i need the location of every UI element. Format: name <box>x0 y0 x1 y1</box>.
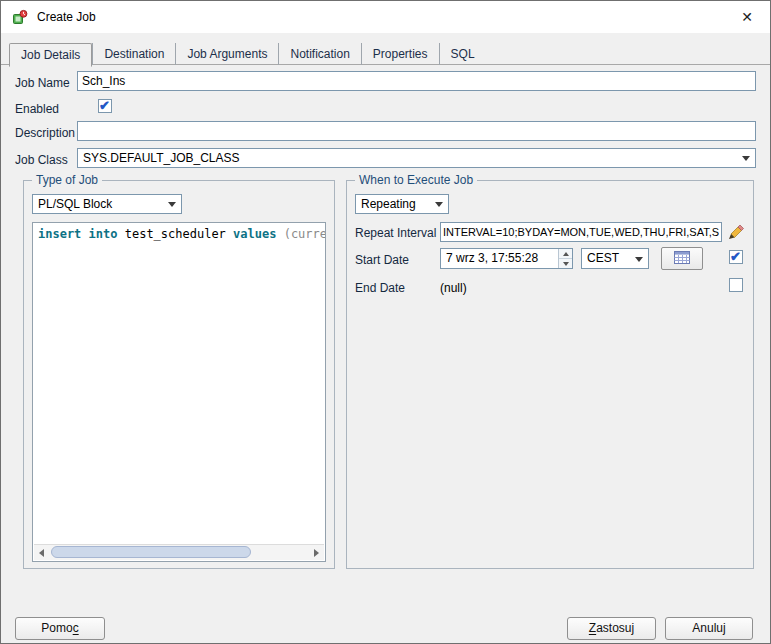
start-date-input[interactable]: 7 wrz 3, 17:55:28 <box>440 248 573 269</box>
spin-up-button[interactable] <box>559 249 572 259</box>
schedule-type-combobox[interactable]: Repeating <box>355 194 449 214</box>
repeat-interval-label: Repeat Interval <box>355 226 436 240</box>
check-icon: ✔ <box>99 100 111 112</box>
end-date-checkbox[interactable] <box>729 278 743 292</box>
apply-button-label: astosuj <box>596 621 634 635</box>
scrollbar-thumb[interactable] <box>51 546 251 558</box>
type-of-job-group: Type of Job PL/SQL Block insert into tes… <box>23 180 335 569</box>
when-to-execute-group: When to Execute Job Repeating Repeat Int… <box>346 180 754 569</box>
calendar-button[interactable] <box>661 247 703 270</box>
tab-job-arguments[interactable]: Job Arguments <box>175 43 278 65</box>
timezone-combobox[interactable]: CEST <box>581 248 649 269</box>
scroll-left-button[interactable] <box>34 545 49 560</box>
job-class-label: Job Class <box>15 153 68 167</box>
chevron-down-icon <box>742 156 750 161</box>
job-class-value: SYS.DEFAULT_JOB_CLASS <box>78 149 755 167</box>
titlebar: Create Job ✕ <box>1 1 770 33</box>
cancel-button[interactable]: Anuluj <box>665 617 753 640</box>
start-date-value: 7 wrz 3, 17:55:28 <box>441 249 558 268</box>
end-date-value: (null) <box>440 281 467 295</box>
code-identifier: test_scheduler <box>125 227 233 241</box>
code-keyword: insert into <box>38 227 125 241</box>
spin-down-button[interactable] <box>559 259 572 268</box>
help-button-mnemonic: c <box>73 621 79 635</box>
scroll-right-button[interactable] <box>309 545 324 560</box>
start-date-label: Start Date <box>355 253 409 267</box>
start-date-checkbox[interactable]: ✔ <box>729 250 743 264</box>
create-job-dialog: Create Job ✕ Job Details Destination Job… <box>0 0 771 644</box>
tab-sql[interactable]: SQL <box>439 43 486 65</box>
create-job-icon <box>12 9 28 25</box>
horizontal-scrollbar[interactable] <box>34 544 324 560</box>
chevron-down-icon <box>168 202 176 207</box>
help-button-label: Pomo <box>41 621 72 635</box>
arrow-right-icon <box>314 549 319 557</box>
tab-properties[interactable]: Properties <box>361 43 439 65</box>
description-input[interactable] <box>77 121 756 141</box>
tab-job-details[interactable]: Job Details <box>9 43 92 67</box>
description-label: Description <box>15 126 75 140</box>
scrollbar-track[interactable] <box>49 545 309 560</box>
chevron-down-icon <box>635 257 643 262</box>
plsql-code-editor[interactable]: insert into test_scheduler values (curre… <box>32 222 326 562</box>
job-name-input[interactable] <box>77 71 756 91</box>
code-text: (curren <box>284 227 325 241</box>
job-class-combobox[interactable]: SYS.DEFAULT_JOB_CLASS <box>77 148 756 168</box>
end-date-label: End Date <box>355 281 405 295</box>
calendar-icon <box>673 249 691 269</box>
job-name-label: Job Name <box>15 76 70 90</box>
enabled-checkbox[interactable]: ✔ <box>98 99 112 113</box>
close-button[interactable]: ✕ <box>724 1 770 33</box>
type-of-job-title: Type of Job <box>32 173 102 187</box>
job-type-value: PL/SQL Block <box>33 195 181 213</box>
enabled-label: Enabled <box>15 102 59 116</box>
close-icon: ✕ <box>741 9 753 25</box>
repeat-interval-input[interactable] <box>440 222 722 242</box>
window-title: Create Job <box>37 1 96 33</box>
code-line: insert into test_scheduler values (curre… <box>33 223 325 241</box>
help-button[interactable]: Pomoc <box>15 617 105 640</box>
arrow-down-icon <box>563 262 569 266</box>
edit-pencil-icon[interactable] <box>726 221 746 241</box>
apply-button[interactable]: Zastosuj <box>567 617 656 640</box>
job-type-combobox[interactable]: PL/SQL Block <box>32 194 182 214</box>
check-icon: ✔ <box>730 251 742 263</box>
date-spinner <box>558 249 572 268</box>
tab-destination[interactable]: Destination <box>92 43 175 65</box>
when-to-execute-title: When to Execute Job <box>355 173 477 187</box>
code-keyword: values <box>233 227 284 241</box>
tab-bar: Job Details Destination Job Arguments No… <box>9 43 486 66</box>
arrow-up-icon <box>563 252 569 256</box>
tab-notification[interactable]: Notification <box>278 43 360 65</box>
chevron-down-icon <box>435 202 443 207</box>
arrow-left-icon <box>39 549 44 557</box>
